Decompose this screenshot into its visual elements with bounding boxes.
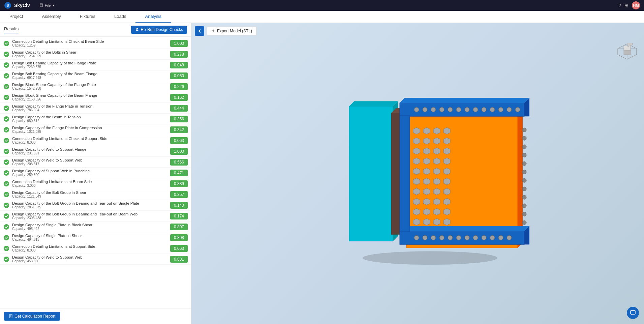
check-circle-icon <box>3 116 9 122</box>
svg-point-21 <box>4 224 9 229</box>
result-title: Design Capacity of the Bolt Group in Bea… <box>12 201 170 205</box>
result-title: Design Block Shear Capacity of the Beam … <box>12 93 170 97</box>
result-title: Design Capacity of the Flange Plate in T… <box>12 104 170 108</box>
result-row: Design Block Shear Capacity of the Beam … <box>0 92 191 103</box>
svg-marker-44 <box>518 98 523 248</box>
check-circle-icon <box>3 62 9 68</box>
3d-model <box>309 79 551 276</box>
result-value: 0.140 <box>170 202 188 209</box>
result-row: Design Capacity of the Bolt Group in Bea… <box>0 200 191 211</box>
result-row: Design Bolt Bearing Capacity of the Beam… <box>0 70 191 81</box>
tab-fixtures[interactable]: Fixtures <box>70 11 105 23</box>
file-menu-button[interactable]: File ▼ <box>39 3 55 7</box>
back-arrow-icon <box>197 29 202 33</box>
svg-point-14 <box>4 148 9 154</box>
left-panel: Results Re-Run Design Checks Connection … <box>0 23 191 324</box>
svg-rect-34 <box>624 51 631 55</box>
result-row: Design Capacity of the Flange Plate in C… <box>0 124 191 135</box>
check-circle-icon <box>3 213 9 219</box>
result-text: Design Capacity of Weld to Support Web C… <box>12 158 170 166</box>
result-title: Design Block Shear Capacity of the Flang… <box>12 83 170 87</box>
result-text: Design Capacity of the Bolts in Shear Ca… <box>12 50 170 58</box>
svg-point-20 <box>4 213 9 218</box>
back-button[interactable] <box>195 26 204 36</box>
tab-analysis[interactable]: Analysis <box>135 11 171 23</box>
refresh-icon <box>135 28 139 32</box>
check-circle-icon <box>3 73 9 79</box>
top-right-controls: ? ⊞ HM <box>618 1 640 9</box>
svg-point-60 <box>482 107 486 112</box>
svg-point-59 <box>473 107 478 112</box>
chat-button[interactable] <box>627 307 639 319</box>
svg-point-10 <box>4 105 9 111</box>
svg-point-9 <box>4 94 9 100</box>
export-model-button[interactable]: Export Model (STL) <box>207 27 256 35</box>
results-header: Results Re-Run Design Checks <box>0 23 191 37</box>
result-capacity: Capacity: 1121.549 <box>12 195 170 198</box>
result-row: Connection Detailing Limitations at Beam… <box>0 178 191 189</box>
svg-point-121 <box>522 161 526 166</box>
check-circle-icon <box>3 138 9 144</box>
result-capacity: Capacity: 1254.029 <box>12 54 170 58</box>
result-text: Design Capacity of Weld to Support Web C… <box>12 255 170 263</box>
result-title: Design Bolt Bearing Capacity of the Flan… <box>12 61 170 65</box>
right-edge-bolts <box>522 128 526 225</box>
topbar: S SkyCiv File ▼ ? ⊞ HM <box>0 0 644 11</box>
svg-point-117 <box>522 128 526 132</box>
tab-assembly[interactable]: Assembly <box>32 11 70 23</box>
result-row: Design Bolt Bearing Capacity of the Flan… <box>0 60 191 70</box>
svg-point-11 <box>4 116 9 121</box>
result-capacity: Capacity: 7239.375 <box>12 65 170 69</box>
svg-point-62 <box>498 107 503 112</box>
grid-button[interactable]: ⊞ <box>624 3 628 8</box>
help-button[interactable]: ? <box>618 3 621 8</box>
svg-point-24 <box>4 256 9 262</box>
result-row: Design Capacity of the Bolt Group in She… <box>0 189 191 200</box>
navigation-cube[interactable] <box>617 43 637 60</box>
svg-point-119 <box>522 145 526 149</box>
document-icon <box>9 314 13 318</box>
result-text: Design Capacity of the Bolt Group in She… <box>12 190 170 198</box>
check-circle-icon <box>3 170 9 176</box>
result-text: Connection Detailing Limitations Check a… <box>12 39 170 47</box>
result-capacity: Capacity: 1542.938 <box>12 87 170 90</box>
svg-marker-49 <box>400 226 529 231</box>
result-capacity: Capacity: 494.813 <box>12 238 170 241</box>
result-row: Design Capacity of Support Web in Punchi… <box>0 168 191 178</box>
result-value: 0.226 <box>170 83 188 90</box>
result-text: Design Capacity of the Beam in Tension C… <box>12 115 170 123</box>
tab-loads[interactable]: Loads <box>105 11 135 23</box>
result-title: Design Capacity of Weld to Support Web <box>12 158 170 162</box>
check-circle-icon <box>3 84 9 90</box>
result-capacity: Capacity: 786.094 <box>12 108 170 112</box>
svg-rect-32 <box>624 46 631 51</box>
svg-point-76 <box>507 235 512 240</box>
app-name: SkyCiv <box>14 3 30 8</box>
svg-point-72 <box>473 235 478 240</box>
results-list[interactable]: Connection Detailing Limitations Check a… <box>0 37 191 308</box>
result-title: Design Capacity of the Beam in Tension <box>12 115 170 119</box>
result-value: 0.807 <box>170 224 188 230</box>
result-value: 0.342 <box>170 126 188 133</box>
result-title: Connection Detailing Limitations Check a… <box>12 39 170 43</box>
svg-point-18 <box>4 192 9 197</box>
avatar[interactable]: HM <box>632 1 640 9</box>
result-title: Design Capacity of Support Web in Punchi… <box>12 169 170 173</box>
get-calculation-report-button[interactable]: Get Calculation Report <box>4 312 60 321</box>
main-layout: Results Re-Run Design Checks Connection … <box>0 23 644 324</box>
result-title: Design Capacity of the Bolts in Shear <box>12 50 170 54</box>
skyciv-logo-icon: S <box>4 2 11 9</box>
result-capacity: Capacity: 2303.438 <box>12 216 170 220</box>
svg-point-35 <box>363 251 497 265</box>
result-text: Design Block Shear Capacity of the Flang… <box>12 83 170 90</box>
rerun-design-checks-button[interactable]: Re-Run Design Checks <box>131 26 187 34</box>
result-value: 0.278 <box>170 51 188 58</box>
tab-project[interactable]: Project <box>0 11 32 23</box>
result-title: Design Capacity of the Bolt Group in She… <box>12 190 170 195</box>
results-tab-label[interactable]: Results <box>4 26 19 33</box>
result-text: Design Capacity of the Flange Plate in C… <box>12 126 170 134</box>
result-capacity: Capacity: 231.091 <box>12 151 170 155</box>
result-text: Design Capacity of Single Plate in Shear… <box>12 234 170 241</box>
svg-point-55 <box>439 107 444 112</box>
result-text: Design Bolt Bearing Capacity of the Flan… <box>12 61 170 69</box>
